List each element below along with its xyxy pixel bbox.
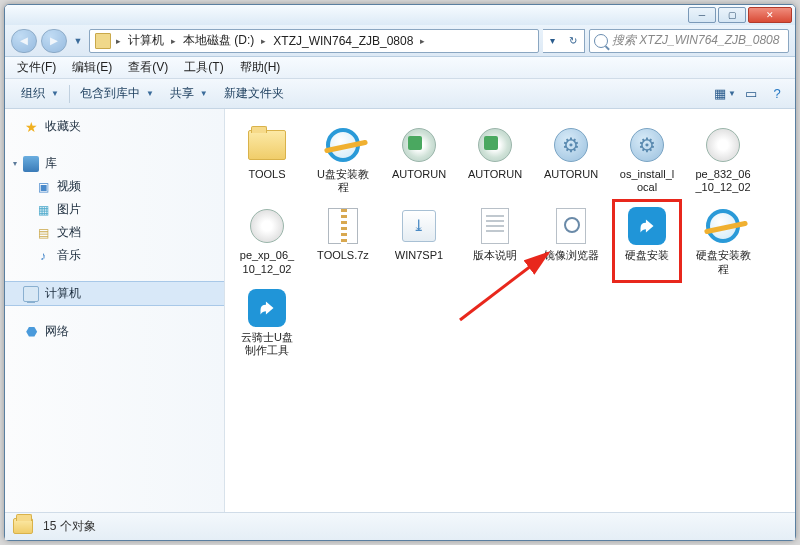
view-options-button[interactable]: ▦▼ [715, 85, 735, 103]
file-item[interactable]: AUTORUN [539, 121, 603, 198]
ie-icon [701, 206, 745, 246]
sidebar-item-videos[interactable]: 视频 [5, 175, 224, 198]
file-item[interactable]: os_install_local [615, 121, 679, 198]
file-item[interactable]: pe_xp_06_10_12_02 [235, 202, 299, 279]
sidebar-libraries[interactable]: ▾ 库 [5, 152, 224, 175]
sidebar-computer[interactable]: 计算机 [5, 281, 224, 306]
chevron-down-icon: ▼ [146, 89, 154, 98]
file-label: os_install_local [619, 168, 675, 194]
file-item[interactable]: 版本说明 [463, 202, 527, 279]
breadcrumb-seg-computer[interactable]: 计算机 [123, 30, 169, 52]
file-item[interactable]: 硬盘安装 [615, 202, 679, 279]
sidebar-item-documents[interactable]: 文档 [5, 221, 224, 244]
discplain-icon [701, 125, 745, 165]
network-icon [23, 324, 39, 340]
blue-icon [625, 206, 669, 246]
help-button[interactable]: ? [767, 85, 787, 103]
file-label: 版本说明 [473, 249, 517, 262]
chevron-down-icon: ▼ [51, 89, 59, 98]
chevron-right-icon[interactable]: ▸ [259, 36, 268, 46]
picture-icon [35, 202, 51, 218]
menu-help[interactable]: 帮助(H) [232, 57, 289, 78]
menu-view[interactable]: 查看(V) [120, 57, 176, 78]
address-actions: ▾ ↻ [543, 29, 585, 53]
breadcrumb-seg-folder[interactable]: XTZJ_WIN764_ZJB_0808 [268, 30, 418, 52]
gear-icon [625, 125, 669, 165]
search-icon [594, 34, 608, 48]
file-item[interactable]: WIN7SP1 [387, 202, 451, 279]
file-list[interactable]: TOOLS U盘安装教程 AUTORUN AUTORUN AUTORUN os_… [225, 109, 795, 512]
menu-bar: 文件(F) 编辑(E) 查看(V) 工具(T) 帮助(H) [5, 57, 795, 79]
file-label: TOOLS.7z [317, 249, 369, 262]
nav-history-dropdown[interactable]: ▼ [71, 29, 85, 53]
refresh-icon[interactable]: ↻ [569, 35, 577, 46]
preview-pane-button[interactable]: ▭ [741, 85, 761, 103]
file-item[interactable]: 硬盘安装教程 [691, 202, 755, 279]
file-item[interactable]: TOOLS [235, 121, 299, 198]
nav-forward-button[interactable]: ► [41, 29, 67, 53]
breadcrumb-seg-drive[interactable]: 本地磁盘 (D:) [178, 30, 259, 52]
discgreen-icon [473, 125, 517, 165]
menu-tools[interactable]: 工具(T) [176, 57, 231, 78]
star-icon: ★ [23, 119, 39, 135]
breadcrumb[interactable]: ▸ 计算机 ▸ 本地磁盘 (D:) ▸ XTZJ_WIN764_ZJB_0808… [89, 29, 539, 53]
sidebar-item-label: 视频 [57, 178, 81, 195]
title-bar: ─ ▢ ✕ [5, 5, 795, 25]
sidebar-item-label: 计算机 [45, 285, 81, 302]
sidebar-favorites[interactable]: ★ 收藏夹 [5, 115, 224, 138]
nav-back-button[interactable]: ◄ [11, 29, 37, 53]
file-item[interactable]: AUTORUN [463, 121, 527, 198]
share-button[interactable]: 共享▼ [162, 81, 216, 106]
file-label: pe_xp_06_10_12_02 [239, 249, 295, 275]
music-icon [35, 248, 51, 264]
sidebar-item-music[interactable]: 音乐 [5, 244, 224, 267]
file-label: 云骑士U盘制作工具 [239, 331, 295, 357]
sidebar-item-pictures[interactable]: 图片 [5, 198, 224, 221]
new-folder-button[interactable]: 新建文件夹 [216, 81, 292, 106]
minimize-button[interactable]: ─ [688, 7, 716, 23]
menu-file[interactable]: 文件(F) [9, 57, 64, 78]
command-bar: 组织▼ 包含到库中▼ 共享▼ 新建文件夹 ▦▼ ▭ ? [5, 79, 795, 109]
search-input[interactable]: 搜索 XTZJ_WIN764_ZJB_0808 [589, 29, 789, 53]
sidebar-item-label: 库 [45, 155, 57, 172]
folder-icon [245, 125, 289, 165]
document-icon [35, 225, 51, 241]
computer-icon [23, 286, 39, 302]
organize-button[interactable]: 组织▼ [13, 81, 67, 106]
close-button[interactable]: ✕ [748, 7, 792, 23]
status-count: 15 个对象 [43, 518, 96, 535]
chevron-right-icon[interactable]: ▸ [114, 36, 123, 46]
file-item[interactable]: U盘安装教程 [311, 121, 375, 198]
file-item[interactable]: pe_832_06_10_12_02 [691, 121, 755, 198]
maximize-button[interactable]: ▢ [718, 7, 746, 23]
collapse-icon: ▾ [13, 159, 23, 168]
file-label: pe_832_06_10_12_02 [695, 168, 751, 194]
include-library-button[interactable]: 包含到库中▼ [72, 81, 162, 106]
file-item[interactable]: 云骑士U盘制作工具 [235, 284, 299, 361]
chevron-right-icon[interactable]: ▸ [169, 36, 178, 46]
search-icon [549, 206, 593, 246]
file-label: 镜像浏览器 [544, 249, 599, 262]
explorer-window: ─ ▢ ✕ ◄ ► ▼ ▸ 计算机 ▸ 本地磁盘 (D:) ▸ XTZJ_WIN… [4, 4, 796, 541]
chevron-down-icon[interactable]: ▾ [550, 35, 555, 46]
sidebar-item-label: 网络 [45, 323, 69, 340]
blue-icon [245, 288, 289, 328]
file-label: 硬盘安装教程 [695, 249, 751, 275]
status-bar: 15 个对象 [5, 512, 795, 540]
file-label: AUTORUN [392, 168, 446, 181]
zip-icon [321, 206, 365, 246]
file-item[interactable]: AUTORUN [387, 121, 451, 198]
file-item[interactable]: TOOLS.7z [311, 202, 375, 279]
menu-edit[interactable]: 编辑(E) [64, 57, 120, 78]
gear-icon [549, 125, 593, 165]
navigation-pane: ★ 收藏夹 ▾ 库 视频 图片 [5, 109, 225, 512]
discgreen-icon [397, 125, 441, 165]
box-icon [397, 206, 441, 246]
folder-icon [13, 518, 33, 536]
address-bar-row: ◄ ► ▼ ▸ 计算机 ▸ 本地磁盘 (D:) ▸ XTZJ_WIN764_ZJ… [5, 25, 795, 57]
file-item[interactable]: 镜像浏览器 [539, 202, 603, 279]
file-label: AUTORUN [544, 168, 598, 181]
sidebar-network[interactable]: 网络 [5, 320, 224, 343]
sidebar-item-label: 文档 [57, 224, 81, 241]
chevron-right-icon[interactable]: ▸ [418, 36, 427, 46]
